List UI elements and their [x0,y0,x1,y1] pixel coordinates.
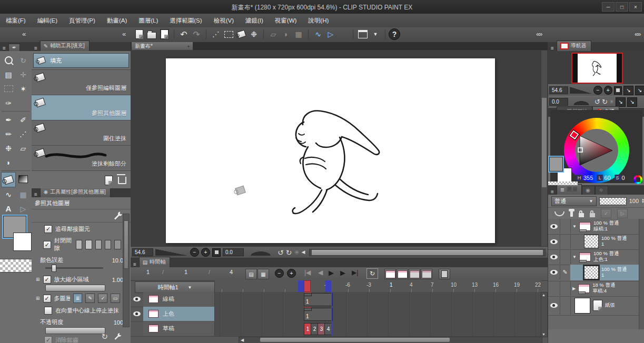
navigator-panel-menu-icon[interactable]: ≡ [548,45,557,51]
subtool-item-paint-unfilled[interactable]: 塗抹剩餘部分 [32,146,131,171]
navigator-fit-button[interactable] [614,86,622,95]
timeline-name-dropdown[interactable]: 時間軸1 ▼ [135,281,215,293]
gap-size-1[interactable] [76,240,82,249]
help-button[interactable]: ? [389,28,400,40]
eye-icon[interactable] [550,270,558,275]
color-margin-value[interactable]: 10.0 [112,257,123,264]
eye-icon[interactable] [133,297,141,301]
timeline-zoom-out-button[interactable]: − [275,269,284,278]
lum-value[interactable]: 60 [604,175,610,181]
reset-rotation-icon[interactable]: ✳ [294,249,299,256]
flip-horizontal-button[interactable]: ↘ [623,86,633,95]
gap-size-2[interactable] [85,240,92,249]
collapse-subtool-panel-icon[interactable]: « [122,31,126,37]
open-file-button[interactable] [145,28,158,40]
layer-row-rough-folder[interactable]: ▶ 18 % 普通草稿:4 [548,281,644,297]
animation-cels-tab[interactable]: ◉ [582,186,595,195]
auto-select-tool[interactable]: ✶ [16,82,31,96]
gradient-tool[interactable] [16,172,31,186]
navigate-tool[interactable]: ✛ [16,67,31,82]
flip-vertical-button[interactable]: ↘ [635,86,644,95]
transparent-color-swatch[interactable] [548,181,578,185]
reference-layer-icon[interactable] [570,211,573,217]
timeline-vertical-scrollbar[interactable]: ▲ ▼ [541,292,548,337]
fit-to-screen-button[interactable] [212,248,221,257]
go-to-end-button[interactable]: ▶| [352,269,358,276]
maximize-button[interactable]: □ [616,2,628,12]
zoom-tool[interactable] [1,53,16,67]
track-label[interactable]: 草稿 [143,321,215,336]
canvas-horizontal-scrollbar[interactable] [309,249,546,256]
hue-value[interactable]: 355 [583,175,593,181]
transparent-color-swatch[interactable] [0,259,32,273]
hue-ring[interactable] [564,118,629,183]
timeline-tab[interactable]: ▤時間軸 [139,257,170,267]
zoom-slider[interactable] [155,249,188,256]
ruler-icon[interactable]: ▷ [617,209,628,218]
fill-tool[interactable] [1,172,16,187]
rotation-slider[interactable] [246,249,275,256]
expand-plus-icon[interactable]: ⊞ [36,277,40,282]
document-tab[interactable]: 新畫布* ● [132,42,193,50]
subtool-item-refer-editing-layer[interactable]: 僅參照編輯圖層 [32,70,131,95]
navigator-preview[interactable] [548,51,644,84]
menu-view[interactable]: 檢視(V) [208,14,240,27]
navigator-tab[interactable]: 導航器 [557,41,591,51]
workspace-dropdown-icon[interactable]: ▼ [369,28,382,40]
canvas[interactable] [166,58,495,243]
pen-tool[interactable]: ✒ [1,113,16,127]
main-color-swatch[interactable] [549,157,563,172]
eraser-tool[interactable]: ▱ [16,141,31,155]
navigator-zoom-in-button[interactable]: + [604,86,612,95]
ref-reference-layer-button[interactable]: ✎ [85,294,95,303]
layer-tab[interactable]: ≣ 圖層 [557,184,582,195]
operation-tool[interactable]: ▷ [16,201,31,216]
collapse-left-panel-icon[interactable]: « [22,31,26,37]
cel-bar[interactable]: 1 [304,293,333,306]
pencil-tool[interactable]: ✐ [16,113,31,127]
zoom-out-button[interactable]: − [190,248,199,257]
wrench-icon[interactable] [113,332,122,341]
menu-filter[interactable]: 濾鏡(I) [240,14,269,27]
checkbox-checked[interactable]: ✓ [44,336,52,343]
layer-search-tab[interactable]: ❖ [595,186,608,195]
canvas-vertical-scrollbar[interactable] [541,50,548,247]
timeline-ruler[interactable]: -12 -9 -6 -3 1 4 7 10 13 16 19 22 25 28 … [215,280,541,292]
workspace-button[interactable] [356,28,369,40]
checkbox-checked[interactable]: ✓ [43,241,51,249]
end-frame[interactable]: 4 [230,269,233,275]
clip-to-layer-below-icon[interactable] [554,211,564,216]
brush-tool[interactable]: ✏ [1,127,16,141]
expand-icon[interactable]: ▼ [572,224,577,229]
gap-size-5[interactable] [114,240,121,249]
navigator-rotate-cw-button[interactable]: ↻ [602,98,608,105]
frame-border-tool[interactable]: ▦ [16,187,31,201]
redo-button[interactable]: ↷ [190,28,203,40]
fill-selection-button[interactable] [235,28,247,40]
prop-stop-at-vector[interactable]: 在向量中心線上停止塗抹 [32,304,131,316]
grid-button[interactable]: ▦ [292,28,305,40]
layer-opacity-slider[interactable] [599,197,627,205]
navigator-zoom-out-button[interactable]: − [593,86,602,95]
select-area-button[interactable] [222,28,235,40]
timeline-display-button[interactable]: ▤ [245,269,257,279]
play-button[interactable]: ▶ [329,269,334,277]
save-button[interactable] [158,28,171,40]
set-as-draft-icon[interactable]: ✓ [601,209,611,218]
wrench-icon[interactable] [113,210,123,221]
ref-all-layers-button[interactable]: ≣ [73,294,83,303]
subtool-panel-menu-icon[interactable]: ≡ [32,45,40,51]
lock-transparent-pixels-icon[interactable] [590,213,595,217]
menu-edit[interactable]: 編輯(E) [32,14,63,27]
color-wheel-mode-icon[interactable] [633,175,642,184]
timeline-horizontal-scrollbar[interactable]: ◀ [239,337,542,343]
toolprop-scrollbar[interactable] [123,214,130,327]
scale-area-slider[interactable] [45,285,105,291]
snap-special-ruler-button[interactable]: ▷ [324,28,337,40]
eye-icon[interactable] [550,303,558,308]
deselect-button[interactable]: ⋰ [210,28,222,40]
menu-window[interactable]: 視窗(W) [269,14,303,27]
rotate-cw-button[interactable]: ↻ [286,249,292,256]
menu-layer[interactable]: 圖層(L) [133,14,164,27]
batch-specify-cel-button[interactable] [421,269,432,279]
